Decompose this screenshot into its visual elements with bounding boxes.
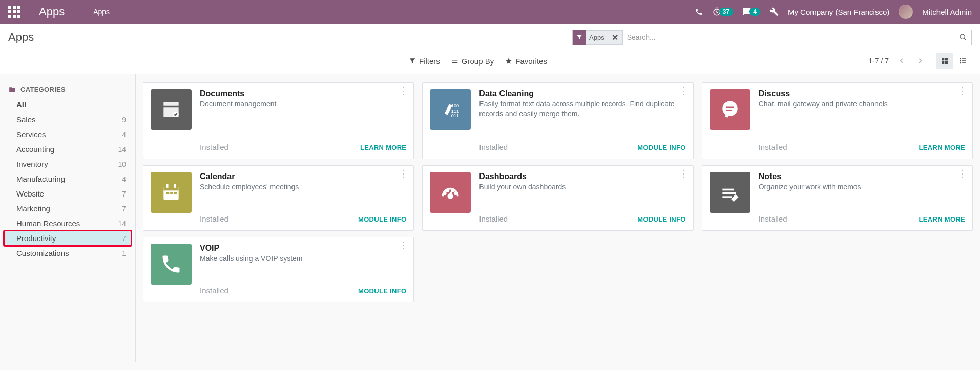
- pager-text: 1-7 / 7: [868, 57, 889, 65]
- company-switcher[interactable]: My Company (San Francisco): [788, 8, 889, 16]
- sidebar-item-sales[interactable]: Sales9: [4, 112, 131, 127]
- svg-rect-14: [726, 107, 734, 108]
- app-card-voip[interactable]: ⋮ VOIP Make calls using a VOIP system In…: [143, 237, 414, 302]
- groupby-button[interactable]: Group By: [451, 57, 494, 66]
- svg-rect-2: [942, 58, 944, 60]
- app-card-documents[interactable]: ⋮ Documents Document management Installe…: [143, 82, 414, 159]
- sidebar-item-inventory[interactable]: Inventory10: [4, 157, 131, 171]
- list-view-button[interactable]: [954, 53, 972, 69]
- documents-icon: [151, 89, 192, 130]
- svg-point-6: [960, 58, 961, 59]
- app-card-dashboards[interactable]: ⋮ Dashboards Build your own dashboards I…: [422, 165, 693, 231]
- sidebar-item-hr[interactable]: Human Resources14: [4, 216, 131, 231]
- sidebar-item-accounting[interactable]: Accounting14: [4, 142, 131, 157]
- svg-point-25: [447, 190, 449, 192]
- search-icon[interactable]: [955, 30, 971, 45]
- discuss-icon: [710, 89, 750, 130]
- svg-rect-17: [163, 187, 178, 190]
- groupby-label: Group By: [462, 57, 494, 66]
- sidebar-item-services[interactable]: Services4: [4, 127, 131, 142]
- module-info-link[interactable]: MODULE INFO: [358, 287, 406, 295]
- close-icon[interactable]: ✕: [608, 33, 622, 42]
- svg-point-26: [452, 190, 454, 192]
- app-card-notes[interactable]: ⋮ Notes Organize your work with memos In…: [702, 165, 973, 231]
- search-chip: Apps ✕: [573, 30, 623, 45]
- kebab-icon[interactable]: ⋮: [679, 88, 688, 93]
- card-status: Installed: [200, 143, 228, 151]
- filters-label: Filters: [419, 57, 440, 66]
- card-status: Installed: [200, 286, 228, 295]
- card-status: Installed: [200, 214, 228, 223]
- card-title: Data Cleaning: [479, 89, 685, 98]
- card-desc: Make calls using a VOIP system: [200, 254, 406, 264]
- user-menu[interactable]: Mitchell Admin: [922, 8, 972, 16]
- timer-badge: 37: [719, 8, 733, 16]
- search-input[interactable]: [623, 33, 955, 41]
- card-title: Dashboards: [479, 172, 685, 181]
- sidebar-item-productivity[interactable]: Productivity7: [4, 231, 131, 246]
- control-panel: Apps Apps ✕ Filters Group By: [0, 24, 980, 74]
- search-box: Apps ✕: [572, 30, 972, 45]
- main-body: CATEGORIES All Sales9 Services4 Accounti…: [0, 74, 980, 362]
- svg-point-13: [722, 101, 737, 116]
- svg-rect-5: [945, 61, 948, 64]
- kebab-icon[interactable]: ⋮: [399, 243, 408, 248]
- kebab-icon[interactable]: ⋮: [679, 171, 688, 176]
- svg-rect-21: [170, 192, 173, 194]
- sidebar-item-customizations[interactable]: Customizations1: [4, 246, 131, 260]
- svg-rect-18: [166, 184, 169, 188]
- notes-icon: [710, 172, 750, 213]
- messages-icon[interactable]: 4: [742, 7, 760, 16]
- dashboards-icon: [430, 172, 471, 213]
- card-title: Documents: [200, 89, 406, 98]
- learn-more-link[interactable]: LEARN MORE: [919, 215, 965, 223]
- sidebar-item-website[interactable]: Website7: [4, 186, 131, 201]
- svg-rect-22: [174, 192, 177, 194]
- page-title: Apps: [8, 31, 34, 44]
- data-cleaning-icon: 100111011: [430, 89, 471, 130]
- learn-more-link[interactable]: LEARN MORE: [919, 144, 965, 151]
- folder-icon: [8, 86, 16, 93]
- app-card-discuss[interactable]: ⋮ Discuss Chat, mail gateway and private…: [702, 82, 973, 159]
- favorites-label: Favorites: [515, 57, 547, 66]
- card-desc: Document management: [200, 99, 406, 109]
- learn-more-link[interactable]: LEARN MORE: [360, 144, 406, 151]
- sidebar-item-all[interactable]: All: [4, 97, 131, 112]
- module-info-link[interactable]: MODULE INFO: [637, 215, 685, 223]
- app-card-data-cleaning[interactable]: ⋮ 100111011 Data Cleaning Easily format …: [422, 82, 693, 159]
- card-status: Installed: [759, 214, 787, 223]
- card-title: Notes: [759, 172, 965, 181]
- sidebar-item-manufacturing[interactable]: Manufacturing4: [4, 171, 131, 186]
- module-info-link[interactable]: MODULE INFO: [637, 144, 685, 151]
- kebab-icon[interactable]: ⋮: [958, 88, 967, 93]
- card-status: Installed: [479, 143, 508, 151]
- kebab-icon[interactable]: ⋮: [399, 171, 408, 176]
- kebab-icon[interactable]: ⋮: [958, 171, 967, 176]
- favorites-button[interactable]: Favorites: [505, 57, 547, 66]
- svg-rect-3: [945, 58, 948, 60]
- svg-rect-19: [174, 184, 176, 188]
- kebab-icon[interactable]: ⋮: [399, 88, 408, 93]
- breadcrumb[interactable]: Apps: [93, 8, 110, 16]
- sidebar-item-marketing[interactable]: Marketing7: [4, 201, 131, 216]
- filters-button[interactable]: Filters: [409, 57, 440, 66]
- header-right: 37 4 My Company (San Francisco) Mitchell…: [695, 5, 972, 19]
- card-title: Discuss: [759, 89, 965, 98]
- module-info-link[interactable]: MODULE INFO: [358, 215, 406, 223]
- phone-icon[interactable]: [695, 8, 703, 16]
- kanban-view-button[interactable]: [936, 53, 953, 69]
- pager-prev-icon[interactable]: [896, 55, 907, 67]
- svg-point-24: [444, 192, 446, 194]
- avatar[interactable]: [899, 5, 913, 19]
- main-header: Apps Apps 37 4 My Company (San Francisco…: [0, 0, 980, 24]
- app-card-calendar[interactable]: ⋮ Calendar Schedule employees' meetings …: [143, 165, 414, 231]
- card-status: Installed: [479, 214, 508, 223]
- apps-menu-icon[interactable]: [8, 6, 20, 18]
- messages-badge: 4: [749, 8, 760, 16]
- pager-next-icon[interactable]: [914, 55, 926, 67]
- card-desc: Chat, mail gateway and private channels: [759, 99, 965, 109]
- card-desc: Easily format text data across multiple …: [479, 99, 685, 119]
- tools-icon[interactable]: [769, 7, 779, 16]
- svg-rect-29: [722, 192, 736, 194]
- timer-icon[interactable]: 37: [712, 7, 733, 16]
